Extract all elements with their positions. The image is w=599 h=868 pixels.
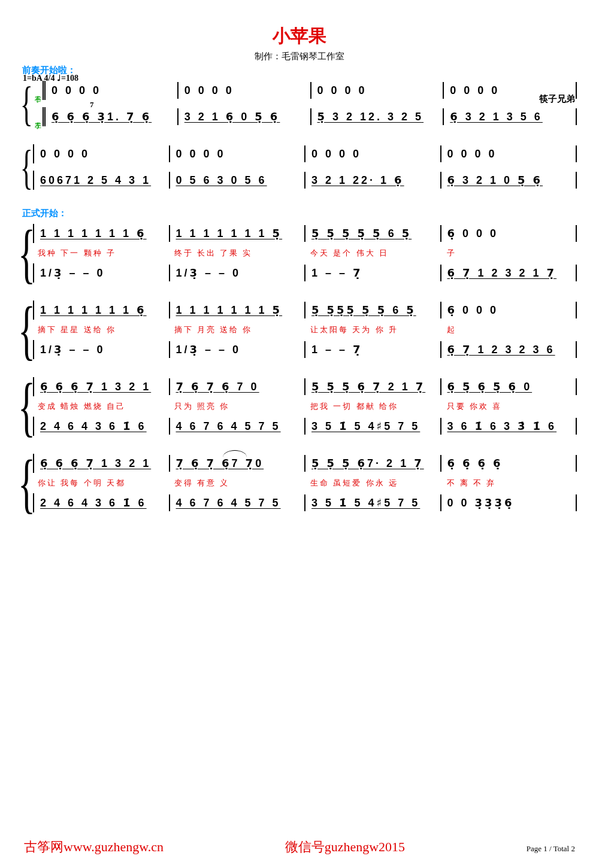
lyrics: 让太阳每 天为 你 升 <box>310 324 436 335</box>
music-system: { 6̣ 6̣ 6̣ 7̣ 1 3 2 1 7̣ 6̣ 7̣ 6̣7 7̣0 5… <box>21 454 578 512</box>
notes: 0 0 0 0 <box>40 148 163 160</box>
barline <box>440 265 441 281</box>
barline <box>33 144 34 163</box>
notes: 1/3̣ – – 0 <box>176 266 299 280</box>
lyrics: 不 离 不 弃 <box>447 478 573 488</box>
notes: 4 6 7 6 4 5 7 5 <box>176 420 299 433</box>
barline <box>440 145 441 162</box>
lyrics: 把我 一切 都献 给你 <box>310 401 436 412</box>
notes: 1 – – 7̣ <box>311 266 434 280</box>
lyrics: 只为 照亮 你 <box>174 401 300 412</box>
page-indicator: Page 1 / Total 2 <box>527 844 575 854</box>
lyrics: 摘下 星星 送给 你 <box>38 324 164 335</box>
barline <box>576 302 577 318</box>
music-system: { 0 0 0 0 0 0 0 0 0 0 0 0 0 0 0 0 60671 … <box>21 144 578 190</box>
barline <box>304 418 305 435</box>
barline <box>169 494 170 511</box>
notes: 5̣ 5̣5̣5̣ 5̣ 5̣ 6 5̣ <box>311 304 434 317</box>
notes: 0 0 0 0 <box>447 148 570 160</box>
website-url: 古筝网www.guzhengw.cn <box>24 838 164 856</box>
lyrics: 生命 虽短爱 你永 远 <box>310 478 436 488</box>
notes: 1/3̣ – – 0 <box>40 343 163 356</box>
barline <box>576 82 577 99</box>
notes: 0 5 6 3 0 5 6 <box>176 174 299 187</box>
barline <box>576 265 577 281</box>
note-ornament: 7 <box>90 100 94 110</box>
notes: 6̣ 3 2 1 0 5̣ 6̣ <box>447 174 570 187</box>
barline <box>440 302 441 318</box>
brace-icon: { <box>20 84 32 123</box>
barline <box>576 494 577 511</box>
barline <box>43 107 46 126</box>
barline <box>440 225 441 242</box>
barline <box>576 172 577 189</box>
wechat-id: 微信号guzhengw2015 <box>285 838 405 856</box>
barline <box>576 455 577 472</box>
notes: 6̣ 7̣ 1 2 3 2 3 6 <box>447 343 570 356</box>
music-system: { 右手 0 0 0 0 0 0 0 0 0 0 0 0 0 0 0 0 左手 … <box>21 81 578 126</box>
notes: 7̣ 6̣ 7̣ 6̣7 7̣0 <box>176 457 299 470</box>
barline <box>304 225 305 242</box>
notes: 6̣ 0 0 0 <box>447 227 570 240</box>
notes: 5̣ 5̣ 5̣ 6̣ 7̣ 2 1 7̣ <box>311 380 434 393</box>
notes: 5̣ 5̣ 5̣ 5̣ 5̣ 6 5̣ <box>311 227 434 240</box>
barline <box>440 341 441 358</box>
barline <box>576 378 577 395</box>
notes: 6̣ 6̣ 6̣ 6̣ <box>447 457 570 470</box>
notes: 4 6 7 6 4 5 7 5 <box>176 497 299 509</box>
notes: 5̣ 3 2 12. 3 2 5 <box>317 110 437 123</box>
notes: 3 2 1 6̣ 0 5̣ 6̣ <box>184 110 304 123</box>
music-system: { 1 1 1 1 1 1 1 6̣ 1 1 1 1 1 1 1 5̣ 5̣ 5… <box>21 301 578 359</box>
notes: 1/3̣ – – 0 <box>176 343 299 356</box>
barline <box>177 108 179 125</box>
barline <box>576 418 577 435</box>
notes: 0 0 0 0 <box>311 148 434 160</box>
notes: 1 – – 7̣ <box>311 343 434 356</box>
barline <box>310 108 311 125</box>
lyrics: 只要 你欢 喜 <box>447 401 573 412</box>
barline <box>304 145 305 162</box>
barline <box>304 341 305 358</box>
barline <box>440 418 441 435</box>
notes: 0 0 3̣3̣3̣6̣ <box>447 496 570 509</box>
lyrics: 今天 是个 伟大 日 <box>310 248 436 259</box>
notes: 1 1 1 1 1 1 1 6̣ <box>40 304 163 317</box>
notes: 1 1 1 1 1 1 1 6̣ <box>40 227 163 240</box>
barline <box>304 172 305 189</box>
music-system: { 6̣ 6̣ 6̣ 7̣ 1 3 2 1 7̣ 6̣ 7̣ 6̣ 7 0 5̣… <box>21 377 578 436</box>
barline <box>169 378 170 395</box>
notes: 6̣ 6̣ 6̣ 3̣1. 7̣ 6̣ <box>52 110 171 123</box>
barline <box>43 81 46 100</box>
brace-icon: { <box>20 148 32 186</box>
notes: 0 0 0 0 <box>317 84 437 97</box>
notes: 6̣ 5̣ 6̣ 5̣ 6̣ 0 <box>447 380 570 393</box>
barline <box>440 172 441 189</box>
notes: 2 4 6 4 3 6 1̇ 6 <box>40 496 163 509</box>
notes: 2 4 6 4 3 6 1̇ 6 <box>40 420 163 433</box>
barline <box>576 225 577 242</box>
notes: 1/3̣ – – 0 <box>40 266 163 280</box>
notes: 6̣ 3 2 1 3 5 6 <box>450 110 570 123</box>
notes: 6̣ 7̣ 1 2 3 2 1 7̣ <box>447 266 570 280</box>
barline <box>169 341 170 358</box>
barline <box>443 108 444 125</box>
barline <box>304 494 305 511</box>
barline <box>304 455 305 472</box>
barline <box>440 378 441 395</box>
lyrics: 变得 有意 义 <box>174 478 300 488</box>
producer-credit: 制作：毛雷钢琴工作室 <box>21 51 578 62</box>
notes: 3 6 1̇ 6 3 3̇ 1̇ 6 <box>447 420 570 433</box>
barline <box>169 418 170 435</box>
lyrics: 我种 下一 颗种 子 <box>38 248 164 259</box>
notes: 1 1 1 1 1 1 1 5̣ <box>176 304 299 317</box>
barline <box>304 378 305 395</box>
notes: 6̣ 6̣ 6̣ 7̣ 1 3 2 1 <box>40 380 163 393</box>
barline <box>310 82 311 99</box>
barline <box>443 82 444 99</box>
notes: 3 5 1̇ 5 4♯5 7 5 <box>311 496 434 509</box>
barline <box>169 455 170 472</box>
barline <box>33 171 34 190</box>
barline <box>576 108 577 125</box>
page-footer: 古筝网www.guzhengw.cn 微信号guzhengw2015 Page … <box>0 838 599 856</box>
notes: 0 0 0 0 <box>450 84 570 97</box>
